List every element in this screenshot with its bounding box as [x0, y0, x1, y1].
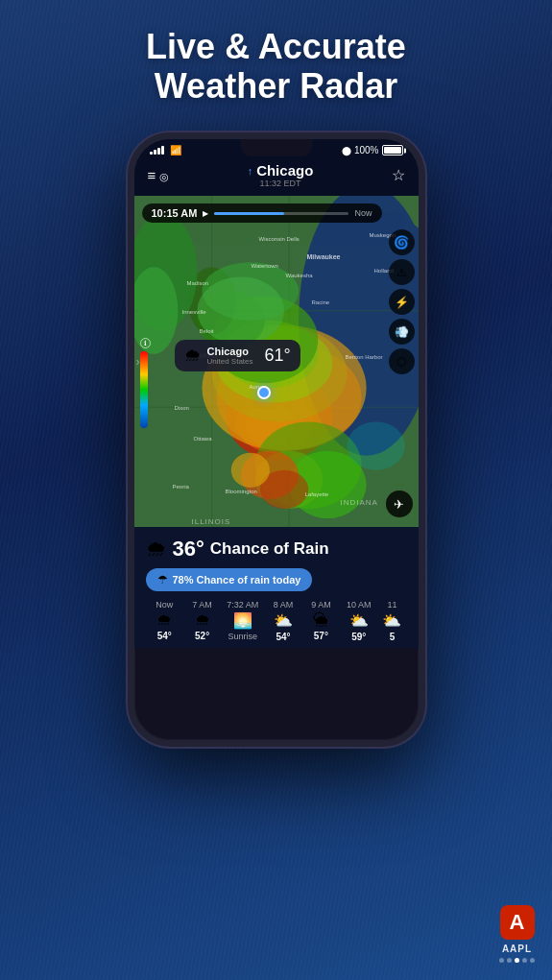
hour-temp: 54°	[276, 632, 290, 642]
hour-label: 10 AM	[347, 600, 372, 610]
hour-temp: Sunrise	[228, 632, 258, 641]
layers-button[interactable]: ⬡	[389, 348, 415, 374]
headline-line1: Live & Accurate	[38, 27, 514, 66]
hour-temp: 52°	[195, 631, 209, 641]
chicago-card[interactable]: 🌧 Chicago United States 61°	[175, 340, 300, 371]
notch	[240, 139, 312, 156]
chicago-text: Chicago United States	[207, 346, 253, 366]
info-button[interactable]: ℹ	[140, 338, 151, 348]
svg-point-27	[230, 453, 269, 488]
hour-temp: 5	[390, 632, 396, 642]
lightning-button[interactable]: ⚡	[389, 289, 415, 315]
main-weather-icon: 🌧	[146, 537, 167, 562]
hour-label: 9 AM	[311, 600, 331, 610]
sunrise-icon: 🌅	[233, 611, 252, 630]
nav-arrow-icon: ↑	[248, 165, 253, 177]
progress-bar[interactable]	[214, 212, 348, 215]
wind-button[interactable]: 💨	[389, 319, 415, 345]
chicago-temp: 61°	[265, 346, 291, 366]
hour-icon: ⛅	[382, 611, 401, 630]
bluetooth-icon: ⬤	[342, 146, 351, 155]
app-badge: A AAPL	[499, 905, 535, 963]
headline-line2: Weather Radar	[38, 66, 514, 106]
hour-temp: 57°	[314, 631, 328, 641]
star-icon: ☆	[392, 167, 405, 183]
nav-location: ↑ Chicago 11:32 EDT	[248, 162, 314, 188]
nav-star-button[interactable]: ☆	[392, 166, 405, 184]
battery-percent: 100%	[354, 145, 379, 155]
rain-badge-text: 78% Chance of rain today	[173, 574, 301, 586]
appl-dots	[499, 958, 535, 963]
chicago-country: United States	[207, 357, 253, 366]
svg-point-19	[197, 276, 284, 344]
hour-icon: ⛅	[349, 611, 369, 630]
rain-badge[interactable]: ☂ 78% Chance of rain today	[146, 568, 313, 591]
play-button[interactable]: ▶	[203, 209, 208, 218]
hour-item-now: Now 🌧 54°	[146, 600, 183, 642]
weather-header: 🌧 36° Chance of Rain	[146, 537, 407, 562]
hour-icon: 🌦	[313, 611, 328, 629]
wifi-icon: 📶	[170, 145, 181, 155]
hour-item-7am: 7 AM 🌧 52°	[183, 600, 221, 642]
apple-logo: A	[500, 905, 535, 940]
signal-area: 📶	[150, 145, 181, 155]
hour-label: 8 AM	[274, 600, 294, 610]
main-temperature: 36°	[173, 537, 204, 562]
hour-temp: 59°	[351, 632, 366, 642]
map-right-icons: 🌀 ⚠ ⚡ 💨 ⬡	[389, 229, 415, 374]
main-condition: Chance of Rain	[210, 539, 329, 559]
menu-icon: ≡	[148, 167, 156, 183]
bottom-panel: 🌧 36° Chance of Rain ☂ 78% Chance of rai…	[134, 527, 419, 648]
location-pin-icon: ◎	[159, 171, 169, 182]
now-label: Now	[354, 208, 372, 218]
battery-area: ⬤ 100%	[342, 145, 403, 155]
hour-item-8am: 8 AM ⛅ 54°	[264, 600, 301, 642]
hurricane-button[interactable]: 🌀	[389, 229, 415, 255]
appl-text: AAPL	[502, 944, 532, 954]
compass-icon: ✈	[394, 497, 404, 512]
nav-bar: ≡ ◎ ↑ Chicago 11:32 EDT ☆	[134, 157, 419, 196]
hour-item-10am: 10 AM ⛅ 59°	[340, 600, 377, 642]
nav-city: ↑ Chicago	[248, 162, 314, 179]
svg-point-28	[347, 421, 404, 469]
chicago-weather-icon: 🌧	[184, 346, 202, 366]
color-scale	[140, 351, 148, 428]
progress-fill	[214, 212, 284, 215]
battery-icon	[382, 145, 403, 155]
hour-item-11: 11 ⛅ 5	[377, 600, 406, 642]
map-area[interactable]: Wisconsin Dells Madison Watertown Milwau…	[134, 196, 419, 527]
hour-item-sunrise: 7:32 AM 🌅 Sunrise	[221, 600, 264, 642]
location-dot	[257, 386, 271, 399]
hour-label: 11	[387, 600, 396, 610]
hourly-row: Now 🌧 54° 7 AM 🌧 52° 7:32 AM 🌅 Sunrise 8…	[146, 600, 407, 642]
warning-button[interactable]: ⚠	[389, 259, 415, 285]
chevron-left-button[interactable]: ›	[136, 355, 140, 369]
hour-label: 7:32 AM	[227, 600, 258, 610]
hour-label: Now	[156, 600, 173, 610]
nav-menu-button[interactable]: ≡ ◎	[148, 167, 170, 183]
headline: Live & Accurate Weather Radar	[0, 0, 552, 124]
hour-temp: 54°	[157, 631, 172, 641]
nav-location-button[interactable]: ✈	[386, 490, 413, 517]
scrubber-time: 10:15 AM	[152, 207, 198, 219]
nav-time: 11:32 EDT	[248, 179, 314, 188]
hour-item-9am: 9 AM 🌦 57°	[302, 600, 340, 642]
signal-bars	[150, 146, 164, 155]
hour-icon: 🌧	[195, 611, 210, 629]
umbrella-icon: ☂	[157, 573, 168, 586]
phone-frame: 📶 9:41 AM ⬤ 100% ≡ ◎ ↑ Chicago 11:32 EDT…	[128, 132, 425, 747]
hour-icon: ⛅	[274, 611, 293, 630]
hour-icon: 🌧	[156, 611, 172, 629]
chicago-name: Chicago	[207, 346, 253, 357]
time-scrubber[interactable]: 10:15 AM ▶ Now	[142, 203, 382, 223]
hour-label: 7 AM	[192, 600, 212, 610]
